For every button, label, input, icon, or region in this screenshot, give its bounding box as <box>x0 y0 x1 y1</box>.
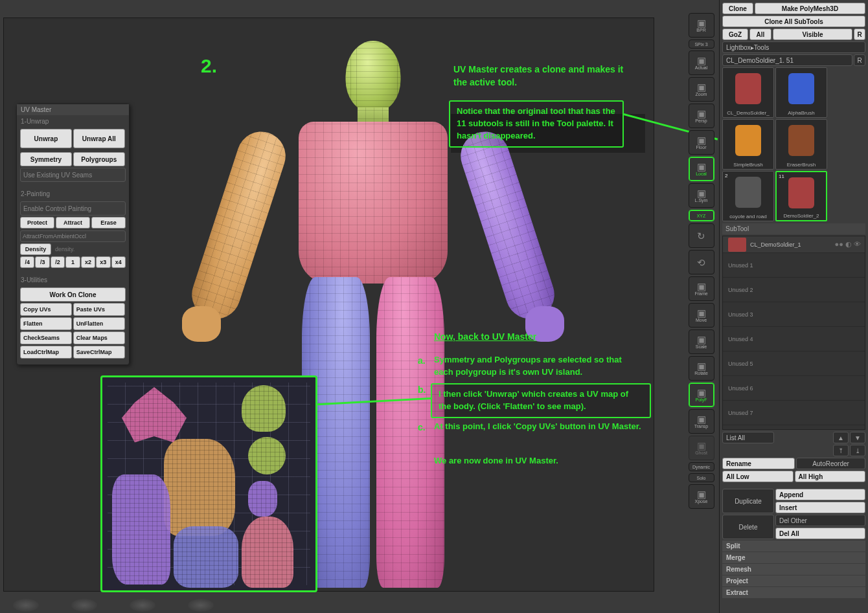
sidebar-frame[interactable]: ▣Frame <box>689 276 714 301</box>
sidebar-local[interactable]: ▣Local <box>689 157 714 181</box>
enable-control-painting-button[interactable]: Enable Control Painting <box>20 201 126 216</box>
sidebar--[interactable]: ⟲ <box>689 250 714 274</box>
sidebar-zoom[interactable]: ▣Zoom <box>689 77 714 102</box>
subtool-row-unused[interactable]: Unused 4 <box>723 327 865 351</box>
duplicate-button[interactable]: Duplicate <box>722 489 774 513</box>
paste-uvs-button[interactable]: Paste UVs <box>73 303 125 316</box>
brush-thumb-icon[interactable] <box>13 599 39 612</box>
attract-ao-button[interactable]: AttractFromAmbientOccl <box>20 230 126 242</box>
goz-visible-button[interactable]: Visible <box>773 28 852 40</box>
sidebar--[interactable]: ↻ <box>689 223 714 248</box>
work-on-clone-button[interactable]: Work On Clone <box>20 287 126 302</box>
section-merge[interactable]: Merge <box>722 552 865 563</box>
tool-thumb-eraserbrush[interactable]: EraserBrush <box>775 119 827 170</box>
sidebar-xpose[interactable]: ▣Xpose <box>689 484 714 509</box>
all-high-button[interactable]: All High <box>795 471 866 482</box>
density-x4[interactable]: x4 <box>111 256 126 268</box>
move-down-button[interactable]: ▼ <box>850 432 865 443</box>
clearmaps-button[interactable]: Clear Maps <box>73 331 125 344</box>
polygroups-button[interactable]: Polygroups <box>73 152 125 166</box>
density-x3[interactable]: x3 <box>96 256 110 268</box>
make-polymesh3d-button[interactable]: Make PolyMesh3D <box>755 3 865 14</box>
sidebar-solo[interactable]: Solo <box>689 473 714 482</box>
sidebar-actual[interactable]: ▣Actual <box>689 50 714 75</box>
erase-button[interactable]: Erase <box>91 217 126 228</box>
sidebar-dynamic[interactable]: Dynamic <box>689 462 714 471</box>
subtool-row-unused[interactable]: Unused 6 <box>723 376 865 401</box>
clone-all-subtools-button[interactable]: Clone All SubTools <box>722 16 865 27</box>
subtool-list[interactable]: CL_DemoSoldier_1 ●● ◐ 👁 Unused 1Unused 2… <box>722 236 865 430</box>
tool-thumb-simplebrush[interactable]: SimpleBrush <box>722 119 774 170</box>
checkseams-button[interactable]: CheckSeams <box>20 331 72 344</box>
insert-button[interactable]: Insert <box>775 502 865 513</box>
tool-thumb-coyote-and-road[interactable]: 2coyote and road <box>722 171 774 221</box>
sidebar-bpr[interactable]: ▣BPR <box>689 13 714 38</box>
del-all-button[interactable]: Del All <box>775 528 865 539</box>
delete-button[interactable]: Delete <box>722 515 774 539</box>
goz-all-button[interactable]: All <box>749 28 771 40</box>
copy-uvs-button[interactable]: Copy UVs <box>20 303 72 316</box>
brush-thumb-icon[interactable] <box>188 599 214 612</box>
sidebar-polyf[interactable]: ▣PolyF <box>689 383 714 407</box>
goz-button[interactable]: GoZ <box>722 28 748 40</box>
unwrap-all-button[interactable]: Unwrap All <box>73 129 125 148</box>
sidebar-rotate[interactable]: ▣Rotate <box>689 356 714 381</box>
move-top-button[interactable]: ⤒ <box>833 445 849 456</box>
tool-thumb-alphabrush[interactable]: AlphaBrush <box>775 67 827 118</box>
subtool-row-active[interactable]: CL_DemoSoldier_1 ●● ◐ 👁 <box>723 236 865 253</box>
flatten-button[interactable]: Flatten <box>20 317 72 330</box>
brush-thumb-icon[interactable] <box>130 599 155 612</box>
goz-r-button[interactable]: R <box>854 28 865 40</box>
loadctrlmap-button[interactable]: LoadCtrlMap <box>20 346 72 359</box>
section-extract[interactable]: Extract <box>722 587 865 598</box>
density-d2[interactable]: /2 <box>51 256 65 268</box>
brush-thumb-icon[interactable] <box>71 599 97 612</box>
sidebar-floor[interactable]: ▣Floor <box>689 130 714 155</box>
list-all-button[interactable]: List All <box>722 432 774 443</box>
subtool-row-unused[interactable]: Unused 1 <box>723 253 865 278</box>
tool-thumb-cl_demosoldier_[interactable]: CL_DemoSoldier_ <box>722 67 774 118</box>
sidebar-scale[interactable]: ▣Scale <box>689 329 714 354</box>
unwrap-button[interactable]: Unwrap <box>20 129 72 148</box>
sidebar-move[interactable]: ▣Move <box>689 303 714 328</box>
unflatten-button[interactable]: UnFlatten <box>73 317 125 330</box>
use-seams-button[interactable]: Use Existing UV Seams <box>20 168 126 182</box>
subtool-row-unused[interactable]: Unused 7 <box>723 401 865 425</box>
subtool-row-unused[interactable]: Unused 5 <box>723 351 865 376</box>
autoreorder-button[interactable]: AutoReorder <box>796 458 865 469</box>
savectrlmap-button[interactable]: SaveCtrlMap <box>73 346 125 359</box>
density-button[interactable]: Density <box>20 243 51 255</box>
section-project[interactable]: Project <box>722 575 865 586</box>
subtool-header[interactable]: SubTool <box>722 223 865 234</box>
append-button[interactable]: Append <box>775 489 865 500</box>
sidebar-xyz[interactable]: XYZ <box>689 210 714 221</box>
sidebar-persp[interactable]: ▣Persp <box>689 104 714 128</box>
tool-r-button[interactable]: R <box>854 54 865 66</box>
density-d3[interactable]: /3 <box>35 256 49 268</box>
subtool-row-unused[interactable]: Unused 2 <box>723 278 865 302</box>
tool-name-field[interactable]: CL_DemoSoldier_1. 51 <box>722 54 852 66</box>
density-1[interactable]: 1 <box>65 256 80 268</box>
lightbox-tools-button[interactable]: Lightbox▸Tools <box>722 41 865 53</box>
clone-button[interactable]: Clone <box>722 3 753 14</box>
subtool-row-unused[interactable]: Unused 3 <box>723 302 865 327</box>
uvmaster-panel[interactable]: UV Master 1-Unwrap Unwrap Unwrap All Sym… <box>16 104 130 365</box>
move-up-button[interactable]: ▲ <box>833 432 849 443</box>
step-number: 2. <box>201 52 217 80</box>
density-x2[interactable]: x2 <box>81 256 95 268</box>
del-other-button[interactable]: Del Other <box>775 515 865 526</box>
tool-thumb-demosoldier_2[interactable]: 11DemoSoldier_2 <box>775 171 827 221</box>
attract-button[interactable]: Attract <box>56 217 90 228</box>
move-bottom-button[interactable]: ⤓ <box>850 445 865 456</box>
sidebar-ghost[interactable]: ▣Ghost <box>689 436 714 460</box>
sidebar-l-sym[interactable]: ▣L.Sym <box>689 183 714 208</box>
all-low-button[interactable]: All Low <box>722 471 794 482</box>
sidebar-spix-3[interactable]: SPix 3 <box>689 39 714 49</box>
section-split[interactable]: Split <box>722 541 865 552</box>
rename-button[interactable]: Rename <box>722 458 795 469</box>
density-d4[interactable]: /4 <box>20 256 34 268</box>
sidebar-transp[interactable]: ▣Transp <box>689 409 714 434</box>
protect-button[interactable]: Protect <box>20 217 54 228</box>
symmetry-button[interactable]: Symmetry <box>20 152 72 166</box>
section-remesh[interactable]: Remesh <box>722 564 865 575</box>
